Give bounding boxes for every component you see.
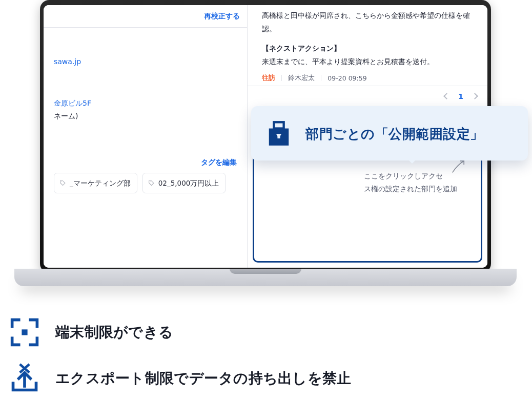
laptop-notch bbox=[230, 269, 301, 274]
tag-chip-label: 02_5,000万円以上 bbox=[158, 177, 219, 189]
tag-chip-label: _マーケティング部 bbox=[70, 177, 131, 189]
empty-hint-line: ここをクリックしアクセ bbox=[364, 172, 443, 180]
callout-text: 部門ごとの「公開範囲設定」 bbox=[305, 125, 484, 143]
tag-icon bbox=[148, 179, 155, 186]
feature-text: 端末制限ができる bbox=[55, 323, 173, 342]
note-line: 高橋様と田中様が同席され、こちらから金額感や希望の仕様を確認。 bbox=[262, 9, 475, 36]
export-block-icon bbox=[9, 363, 40, 394]
svg-point-0 bbox=[61, 182, 62, 182]
activity-note: 高橋様と田中様が同席され、こちらから金額感や希望の仕様を確認。 【ネクストアクシ… bbox=[248, 5, 487, 86]
tag-chip[interactable]: _マーケティング部 bbox=[54, 173, 137, 193]
feature-item-device-limit: 端末制限ができる bbox=[9, 317, 352, 348]
svg-rect-2 bbox=[274, 122, 283, 128]
note-line: 来週末までに、平本より提案資料とお見積書を送付。 bbox=[262, 55, 475, 69]
activity-timestamp: 09-20 09:59 bbox=[328, 74, 366, 82]
feature-list: 端末制限ができる エクスポート制限でデータの持ち出しを禁止 bbox=[9, 317, 352, 394]
feature-text: エクスポート制限でデータの持ち出しを禁止 bbox=[55, 369, 352, 388]
lock-icon bbox=[264, 119, 293, 148]
pager-current[interactable]: 1 bbox=[458, 92, 463, 101]
svg-point-1 bbox=[150, 182, 150, 182]
pager-next-icon[interactable] bbox=[472, 93, 478, 99]
pagination: 1 bbox=[248, 86, 487, 106]
name-fragment: ネーム) bbox=[54, 110, 237, 123]
tag-icon bbox=[59, 179, 66, 186]
pager-prev-icon[interactable] bbox=[443, 93, 450, 99]
left-header: 再校正する bbox=[44, 5, 247, 28]
address-fragment: 金原ビル5F bbox=[54, 97, 237, 110]
feature-item-export-block: エクスポート制限でデータの持ち出しを禁止 bbox=[9, 363, 352, 394]
laptop-base bbox=[14, 269, 517, 286]
empty-hint-line: ス権の設定された部門を追加 bbox=[364, 185, 457, 193]
detail-panel-left: 再校正する sawa.jp 金原ビル5F ネーム) タグを編集 _マーケティング… bbox=[44, 5, 248, 268]
svg-rect-6 bbox=[22, 329, 27, 335]
edit-tags-link[interactable]: タグを編集 bbox=[201, 156, 237, 169]
reproof-link[interactable]: 再校正する bbox=[204, 12, 240, 21]
divider bbox=[321, 75, 321, 81]
tag-chip-row: _マーケティング部 02_5,000万円以上 bbox=[54, 173, 237, 193]
activity-category: 往訪 bbox=[262, 74, 275, 83]
expand-icon bbox=[9, 317, 40, 348]
callout-bubble: 部門ごとの「公開範囲設定」 bbox=[251, 106, 528, 161]
access-empty-hint: ここをクリックしアクセ ス権の設定された部門を追加 bbox=[263, 170, 472, 195]
note-section-header: 【ネクストアクション】 bbox=[262, 42, 475, 55]
domain-fragment: sawa.jp bbox=[54, 55, 237, 68]
tag-chip[interactable]: 02_5,000万円以上 bbox=[142, 173, 226, 193]
activity-author: 鈴木宏太 bbox=[288, 74, 315, 83]
divider bbox=[281, 75, 282, 81]
